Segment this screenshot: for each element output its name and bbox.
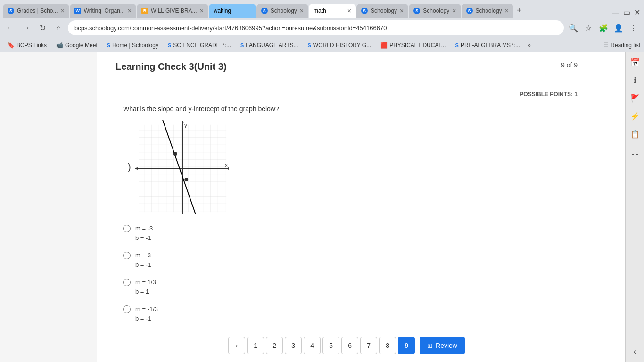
tab-favicon-3: B [141, 8, 148, 14]
extensions-button[interactable]: 🧩 [597, 21, 610, 34]
radio-choice-3[interactable] [123, 279, 131, 286]
left-panel [0, 52, 97, 362]
bookmark-world-history[interactable]: S WORLD HISTORY G... [304, 41, 375, 49]
tab-waiting[interactable]: waiting [209, 4, 256, 18]
science-icon: S [168, 42, 171, 48]
bookmark-science[interactable]: S SCIENCE GRADE 7:... [164, 41, 235, 49]
tool-info-button[interactable]: ℹ [627, 72, 644, 89]
page-button-1[interactable]: 1 [247, 337, 264, 354]
bookmark-pre-algebra[interactable]: S PRE-ALGEBRA MS7:... [452, 41, 524, 49]
page-button-3[interactable]: 3 [285, 337, 302, 354]
reading-list-button[interactable]: ☰ Reading list [603, 42, 640, 49]
tab-close-6[interactable]: × [347, 8, 351, 14]
language-arts-label: LANGUAGE ARTS... [246, 42, 298, 49]
more-bookmarks-button[interactable]: » [526, 41, 533, 49]
page-button-7[interactable]: 7 [360, 337, 377, 354]
tab-close-3[interactable]: × [200, 8, 204, 14]
restore-button[interactable]: ▭ [622, 7, 631, 18]
browser-chrome: S Grades | Scho... × W Writing_Organ... … [0, 0, 644, 362]
profile-button[interactable]: 👤 [612, 21, 625, 34]
page-wrapper: Learning Check 3(Unit 3) 9 of 9 POSSIBLE… [0, 52, 644, 362]
review-button[interactable]: ⊞ Review [420, 337, 465, 354]
answer-choice-1[interactable]: m = -3 b = -1 [123, 224, 578, 242]
bookmarks-bar: 🔖 BCPS Links 📹 Google Meet S Home | Scho… [0, 38, 644, 52]
bookmark-language-arts[interactable]: S LANGUAGE ARTS... [237, 41, 302, 49]
tab-math[interactable]: math × [309, 4, 356, 18]
page-button-5[interactable]: 5 [322, 337, 339, 354]
tool-notes-button[interactable]: 📋 [627, 125, 644, 142]
page-button-6[interactable]: 6 [341, 337, 358, 354]
science-label: SCIENCE GRADE 7:... [173, 42, 231, 49]
home-schoology-icon: S [107, 42, 110, 48]
back-button[interactable]: ← [4, 21, 17, 34]
page-button-2[interactable]: 2 [266, 337, 283, 354]
tab-favicon-7: S [361, 8, 368, 14]
bookmark-google-meet[interactable]: 📹 Google Meet [52, 41, 101, 49]
page-button-4[interactable]: 4 [304, 337, 321, 354]
close-window-button[interactable]: ✕ [633, 7, 641, 18]
tab-writing[interactable]: W Writing_Organ... × [70, 4, 136, 18]
bookmark-physical-ed[interactable]: 🟥 PHYSICAL EDUCAT... [377, 41, 449, 49]
tab-title-9: Schoology [476, 8, 502, 14]
bookmark-home-schoology[interactable]: S Home | Schoology [103, 41, 162, 49]
pre-algebra-label: PRE-ALGEBRA MS7:... [461, 42, 520, 49]
tab-close-1[interactable]: × [61, 8, 65, 14]
svg-text:x: x [225, 162, 228, 168]
search-icon-button[interactable]: 🔍 [567, 21, 580, 34]
tab-close-5[interactable]: × [300, 8, 304, 14]
language-arts-icon: S [240, 42, 244, 48]
tab-close-2[interactable]: × [128, 8, 132, 14]
tool-calendar-button[interactable]: 📅 [627, 54, 644, 71]
assessment-header: Learning Check 3(Unit 3) 9 of 9 [116, 61, 578, 72]
bcps-links-label: BCPS Links [17, 42, 47, 49]
tab-schoology5[interactable]: S Schoology × [256, 4, 308, 18]
page-button-8[interactable]: 8 [379, 337, 396, 354]
radio-choice-2[interactable] [123, 252, 131, 259]
tab-schoology8[interactable]: S Schoology × [409, 4, 461, 18]
choice-2-line1: m = 3 [135, 251, 151, 260]
google-meet-label: Google Meet [65, 42, 98, 49]
sidebar-tools: 📅 ℹ 🚩 ⚡ 📋 ⛶ ‹ [625, 52, 644, 362]
physical-ed-icon: 🟥 [380, 42, 388, 49]
tab-close-8[interactable]: × [452, 8, 456, 14]
tool-fullscreen-button[interactable]: ⛶ [627, 143, 644, 160]
svg-marker-3 [135, 167, 138, 170]
svg-point-10 [173, 152, 177, 156]
bookmark-star-button[interactable]: ☆ [582, 21, 595, 34]
tab-schoology9[interactable]: S Schoology × [462, 4, 513, 18]
toolbar-icons: 🔍 ☆ 🧩 👤 ⋮ [567, 21, 640, 34]
reload-button[interactable]: ↻ [36, 21, 49, 34]
review-grid-icon: ⊞ [427, 342, 433, 349]
tab-grades[interactable]: S Grades | Scho... × [3, 4, 69, 18]
reading-list-label: Reading list [611, 42, 640, 49]
more-options-button[interactable]: ⋮ [627, 21, 640, 34]
forward-button[interactable]: → [20, 21, 33, 34]
svg-marker-6 [182, 214, 184, 214]
tab-close-7[interactable]: × [400, 8, 404, 14]
address-bar-input[interactable] [68, 20, 564, 35]
answer-choice-4[interactable]: m = -1/3 b = -1 [123, 304, 578, 323]
bookmark-bcps-links[interactable]: 🔖 BCPS Links [4, 41, 50, 49]
choice-1-text: m = -3 b = -1 [135, 224, 153, 242]
svg-point-11 [184, 178, 188, 181]
tool-collapse-button[interactable]: ‹ [627, 343, 644, 360]
minimize-button[interactable]: — [611, 8, 620, 18]
bookmark-separator [536, 41, 536, 49]
home-button[interactable]: ⌂ [52, 21, 65, 34]
tool-lightning-button[interactable]: ⚡ [627, 107, 644, 124]
question-text: What is the slope and y-intercept of the… [123, 105, 578, 113]
tool-flag-button[interactable]: 🚩 [627, 90, 644, 107]
radio-choice-1[interactable] [123, 225, 131, 232]
tab-close-9[interactable]: × [505, 8, 509, 14]
tab-schoology7[interactable]: S Schoology × [356, 4, 408, 18]
svg-marker-5 [182, 121, 184, 123]
radio-choice-4[interactable] [123, 305, 131, 313]
tab-willgive[interactable]: B WILL GIVE BRA... × [137, 4, 208, 18]
answer-choice-2[interactable]: m = 3 b = -1 [123, 251, 578, 269]
answer-choice-3[interactable]: m = 1/3 b = 1 [123, 278, 578, 296]
tab-title-5: Schoology [271, 8, 297, 14]
tab-title-3: WILL GIVE BRA... [151, 8, 197, 14]
prev-page-button[interactable]: ‹ [228, 337, 245, 354]
page-button-9[interactable]: 9 [398, 337, 415, 354]
new-tab-button[interactable]: + [514, 6, 525, 16]
